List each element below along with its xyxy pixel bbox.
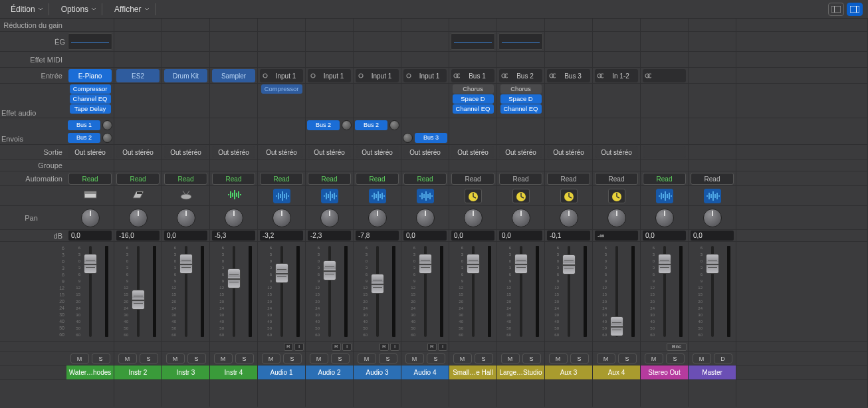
menu-afficher[interactable]: Afficher bbox=[109, 3, 155, 15]
input-slot[interactable]: Input 1 bbox=[260, 69, 303, 82]
solo-button[interactable]: S bbox=[570, 354, 589, 363]
pan-knob[interactable] bbox=[177, 209, 195, 227]
eq-thumbnail[interactable] bbox=[641, 32, 688, 52]
track-icon[interactable] bbox=[656, 189, 673, 203]
input-slot[interactable]: Input 1 bbox=[356, 69, 399, 82]
audiofx-slot[interactable]: Channel EQ bbox=[453, 104, 494, 114]
pan-knob[interactable] bbox=[225, 209, 243, 227]
fader-cap[interactable] bbox=[706, 254, 719, 274]
input-monitor-button[interactable]: I bbox=[438, 343, 447, 351]
solo-button[interactable]: S bbox=[283, 354, 302, 363]
pan-knob[interactable] bbox=[464, 209, 483, 227]
fader-area[interactable]: 6303691215202430405060 bbox=[114, 242, 162, 342]
output-slot[interactable] bbox=[643, 146, 686, 158]
db-value[interactable]: 0,0 bbox=[499, 231, 542, 241]
solo-button[interactable]: S bbox=[187, 354, 206, 363]
send-knob-icon[interactable] bbox=[102, 120, 112, 130]
view-mixer-icon[interactable] bbox=[847, 3, 863, 16]
db-value[interactable]: 0,0 bbox=[451, 231, 494, 241]
input-slot[interactable]: Drum Kit bbox=[164, 69, 207, 82]
track-icon[interactable] bbox=[608, 189, 625, 203]
pan-knob[interactable] bbox=[512, 209, 530, 227]
eq-thumbnail[interactable] bbox=[354, 32, 401, 52]
db-value[interactable]: -∞ bbox=[595, 231, 638, 241]
fader-cap[interactable] bbox=[658, 254, 671, 274]
automation-mode[interactable]: Read bbox=[164, 173, 207, 185]
eq-thumbnail[interactable] bbox=[401, 32, 449, 52]
input-slot[interactable] bbox=[643, 69, 686, 82]
pan-knob[interactable] bbox=[703, 209, 722, 227]
fader-area[interactable]: 6303691215202430405060 bbox=[641, 242, 688, 342]
automation-mode[interactable]: Read bbox=[691, 173, 734, 185]
mute-button[interactable]: M bbox=[214, 354, 233, 363]
send-row[interactable]: Bus 2 bbox=[68, 132, 112, 143]
automation-mode[interactable]: Read bbox=[595, 173, 638, 185]
automation-mode[interactable]: Read bbox=[403, 173, 447, 185]
db-value[interactable]: 0,0 bbox=[691, 231, 734, 241]
output-slot[interactable]: Out stéréo bbox=[451, 146, 494, 158]
mute-button[interactable]: M bbox=[645, 354, 663, 363]
fader-area[interactable]: 6303691215202430405060 bbox=[210, 242, 257, 342]
track-icon[interactable] bbox=[560, 189, 578, 203]
record-enable-button[interactable]: R bbox=[284, 343, 293, 351]
eq-thumbnail[interactable] bbox=[114, 32, 162, 52]
fader-area[interactable]: 6303691215202430405060 bbox=[593, 242, 640, 342]
input-slot[interactable]: ES2 bbox=[116, 69, 160, 82]
audiofx-slot[interactable]: Compressor bbox=[261, 84, 302, 94]
track-icon[interactable] bbox=[321, 189, 338, 203]
fader-cap[interactable] bbox=[419, 254, 432, 274]
track-name[interactable]: Small…e Hall bbox=[449, 365, 496, 380]
track-icon[interactable] bbox=[417, 189, 434, 203]
db-value[interactable]: 0,0 bbox=[403, 231, 447, 241]
automation-mode[interactable]: Read bbox=[308, 173, 351, 185]
output-slot[interactable]: Out stéréo bbox=[164, 146, 207, 158]
output-slot[interactable]: Out stéréo bbox=[260, 146, 303, 158]
input-slot[interactable]: Bus 1 bbox=[451, 69, 494, 82]
mute-button[interactable]: M bbox=[453, 354, 472, 363]
pan-knob[interactable] bbox=[81, 209, 100, 227]
fader-area[interactable]: 6303691215202430405060 bbox=[66, 242, 114, 342]
track-icon[interactable] bbox=[369, 189, 386, 203]
fader-area[interactable]: 6303691215202430405060 bbox=[401, 242, 449, 342]
db-value[interactable]: -0,1 bbox=[547, 231, 590, 241]
audiofx-slot[interactable]: Compressor bbox=[70, 84, 111, 94]
audiofx-slot[interactable]: Chorus bbox=[453, 84, 494, 94]
pan-knob[interactable] bbox=[129, 209, 148, 227]
track-icon[interactable] bbox=[704, 189, 721, 203]
output-slot[interactable]: Out stéréo bbox=[547, 146, 590, 158]
track-icon[interactable] bbox=[512, 189, 530, 203]
automation-mode[interactable]: Read bbox=[356, 173, 399, 185]
solo-button[interactable]: S bbox=[475, 354, 493, 363]
track-icon[interactable] bbox=[273, 189, 290, 203]
fader-cap[interactable] bbox=[275, 263, 288, 283]
track-icon[interactable] bbox=[227, 189, 241, 203]
send-knob-icon[interactable] bbox=[102, 133, 112, 143]
send-knob-icon[interactable] bbox=[342, 120, 352, 130]
solo-button[interactable]: S bbox=[666, 354, 685, 363]
input-slot[interactable]: Input 1 bbox=[403, 69, 447, 82]
solo-button[interactable]: S bbox=[522, 354, 541, 363]
db-value[interactable]: 0,0 bbox=[164, 231, 207, 241]
db-value[interactable]: -16,0 bbox=[116, 231, 160, 241]
mute-button[interactable]: M bbox=[262, 354, 280, 363]
output-slot[interactable]: Out stéréo bbox=[212, 146, 255, 158]
output-slot[interactable]: Out stéréo bbox=[595, 146, 638, 158]
record-enable-button[interactable]: R bbox=[427, 343, 437, 351]
pan-knob[interactable] bbox=[416, 209, 435, 227]
input-monitor-button[interactable]: I bbox=[390, 343, 399, 351]
pan-knob[interactable] bbox=[655, 209, 674, 227]
audiofx-slot[interactable]: Channel EQ bbox=[500, 104, 542, 114]
fader-area[interactable]: 6303691215202430405060 bbox=[689, 242, 736, 342]
track-name[interactable]: Master bbox=[689, 365, 736, 380]
mute-button[interactable]: M bbox=[693, 354, 711, 363]
mute-button[interactable]: M bbox=[549, 354, 568, 363]
output-slot[interactable]: Out stéréo bbox=[68, 146, 112, 158]
solo-button[interactable]: S bbox=[140, 354, 158, 363]
track-name[interactable]: Large…Studio bbox=[497, 365, 544, 380]
send-knob-icon[interactable] bbox=[403, 133, 413, 143]
automation-mode[interactable]: Read bbox=[451, 173, 494, 185]
record-enable-button[interactable]: R bbox=[332, 343, 341, 351]
menu-édition[interactable]: Édition bbox=[5, 3, 49, 15]
eq-thumbnail[interactable] bbox=[66, 32, 114, 52]
audiofx-slot[interactable]: Channel EQ bbox=[70, 94, 111, 104]
